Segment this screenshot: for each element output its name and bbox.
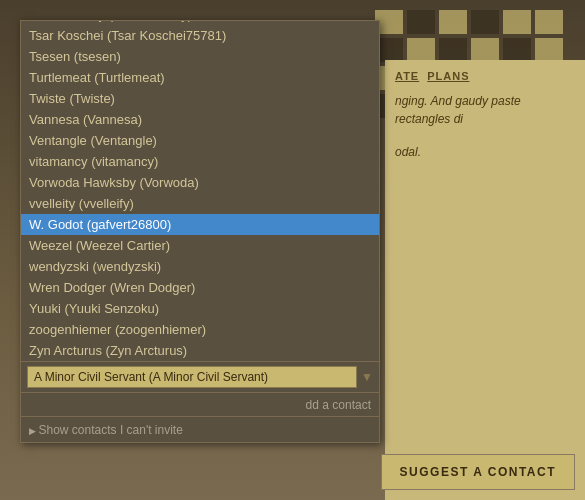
list-item[interactable]: Turtlemeat (Turtlemeat): [21, 67, 379, 88]
list-item[interactable]: Wren Dodger (Wren Dodger): [21, 277, 379, 298]
list-item[interactable]: Weezel (Weezel Cartier): [21, 235, 379, 256]
window-cell: [471, 38, 499, 62]
show-contacts-row: Show contacts I can't invite: [21, 416, 379, 442]
window-cell: [535, 10, 563, 34]
window-cell: [471, 10, 499, 34]
suggest-contact-button[interactable]: SUGGEST A CONTACT: [381, 454, 575, 490]
right-panel: ATE PLANS nging. And gaudy paste rectang…: [385, 60, 585, 500]
list-item[interactable]: Yuuki (Yuuki Senzoku): [21, 298, 379, 319]
show-contacts-link[interactable]: Show contacts I can't invite: [29, 423, 183, 437]
list-item[interactable]: vvelleity (vvelleify): [21, 193, 379, 214]
suggest-area: SUGGEST A CONTACT: [381, 454, 575, 490]
window-cell: [439, 10, 467, 34]
bottom-select-row: A Minor Civil Servant (A Minor Civil Ser…: [21, 361, 379, 392]
bottom-select[interactable]: A Minor Civil Servant (A Minor Civil Ser…: [27, 366, 357, 388]
list-item[interactable]: Vorwoda Hawksby (Vorwoda): [21, 172, 379, 193]
list-item[interactable]: Tsesen (tsesen): [21, 46, 379, 67]
window-cell: [535, 38, 563, 62]
select-arrow-icon: ▼: [361, 370, 373, 384]
list-item[interactable]: zoogenhiemer (zoogenhiemer): [21, 319, 379, 340]
right-panel-text1: nging. And gaudy paste rectangles di: [395, 92, 575, 128]
right-panel-tabs: ATE PLANS: [395, 70, 575, 82]
list-item[interactable]: Vannesa (Vannesa): [21, 109, 379, 130]
list-item[interactable]: wendyzski (wendyzski): [21, 256, 379, 277]
list-item[interactable]: Ventangle (Ventangle): [21, 130, 379, 151]
window-cell: [407, 38, 435, 62]
list-item[interactable]: Tsar Koschei (Tsar Koschei75781): [21, 25, 379, 46]
add-contact-link[interactable]: dd a contact: [306, 398, 371, 412]
add-contact-row: dd a contact: [21, 392, 379, 416]
list-item[interactable]: W. Godot (gafvert26800): [21, 214, 379, 235]
window-cell: [503, 10, 531, 34]
right-panel-text2: odal.: [395, 143, 575, 161]
tab-ate[interactable]: ATE: [395, 70, 419, 82]
list-item[interactable]: Zyn Arcturus (Zyn Arcturus): [21, 340, 379, 361]
window-cell: [407, 10, 435, 34]
contact-dropdown-container: The Krautranger (The Kraut)thelivinglibr…: [20, 20, 380, 443]
list-item[interactable]: vitamancy (vitamancy): [21, 151, 379, 172]
window-cell: [439, 38, 467, 62]
window-cell: [503, 38, 531, 62]
contact-dropdown-list[interactable]: The Krautranger (The Kraut)thelivinglibr…: [21, 21, 379, 361]
tab-plans[interactable]: PLANS: [427, 70, 469, 82]
list-item[interactable]: Twiste (Twiste): [21, 88, 379, 109]
